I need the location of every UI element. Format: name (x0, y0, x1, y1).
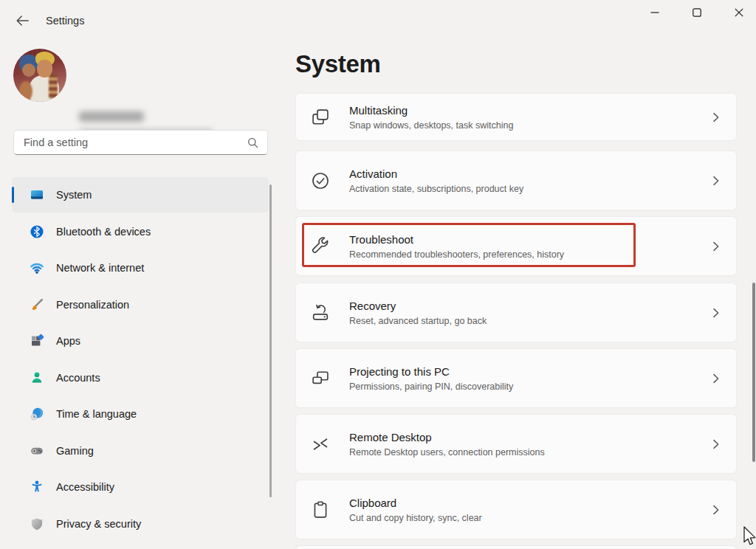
settings-row-subtitle: Remote Desktop users, connection permiss… (349, 446, 710, 458)
settings-row-subtitle: Permissions, pairing PIN, discoverabilit… (349, 381, 710, 393)
accounts-icon (30, 370, 44, 385)
mouse-cursor (741, 525, 756, 548)
sidebar-item-accounts[interactable]: Accounts (12, 360, 269, 396)
sidebar-item-label: Accounts (56, 372, 100, 384)
personalization-icon (30, 297, 44, 312)
settings-row-troubleshoot[interactable]: TroubleshootRecommended troubleshooters,… (295, 216, 737, 276)
chevron-right-icon (710, 111, 722, 123)
maximize-icon (693, 8, 701, 17)
settings-row-text: ClipboardCut and copy history, sync, cle… (349, 496, 710, 524)
settings-row-subtitle: Recommended troubleshooters, preferences… (349, 249, 710, 260)
avatar (13, 49, 66, 102)
settings-row-recovery[interactable]: RecoveryReset, advanced startup, go back (295, 283, 737, 342)
sidebar-item-privacy-security[interactable]: Privacy & security (12, 506, 269, 542)
user-profile[interactable] (13, 49, 264, 105)
recovery-icon (310, 303, 331, 323)
chevron-right-icon (710, 307, 722, 319)
system-icon (30, 187, 44, 202)
chevron-right-icon (710, 241, 722, 252)
sidebar-item-bluetooth-devices[interactable]: Bluetooth & devices (12, 214, 269, 249)
troubleshoot-icon (310, 236, 331, 257)
sidebar-item-apps[interactable]: Apps (12, 323, 269, 359)
sidebar-nav: SystemBluetooth & devicesNetwork & inter… (12, 177, 269, 542)
sidebar-item-label: Network & internet (56, 262, 144, 274)
selected-accent-bar (12, 187, 14, 203)
settings-row-text: Projecting to this PCPermissions, pairin… (349, 365, 710, 393)
back-arrow-icon (16, 15, 30, 27)
multitasking-icon (310, 107, 331, 128)
sidebar-item-network-internet[interactable]: Network & internet (12, 250, 269, 286)
accessibility-icon (30, 480, 44, 494)
user-name-redacted (79, 111, 144, 122)
sidebar-item-personalization[interactable]: Personalization (12, 287, 269, 322)
settings-row-projecting-to-this-pc[interactable]: Projecting to this PCPermissions, pairin… (295, 348, 737, 408)
sidebar-item-label: Accessibility (56, 481, 114, 493)
settings-row-title: Troubleshoot (349, 232, 710, 246)
clipboard-icon (310, 500, 331, 520)
privacy-icon (30, 517, 44, 531)
settings-row-text: RecoveryReset, advanced startup, go back (349, 299, 710, 327)
settings-row-title: Projecting to this PC (349, 365, 710, 379)
time-language-icon (30, 407, 44, 421)
settings-row-remote-desktop[interactable]: Remote DesktopRemote Desktop users, conn… (295, 414, 737, 474)
sidebar-item-accessibility[interactable]: Accessibility (12, 469, 269, 505)
search-box (13, 130, 268, 155)
titlebar: Settings (0, 0, 756, 30)
settings-row-title: Clipboard (349, 496, 710, 510)
settings-row-clipboard[interactable]: ClipboardCut and copy history, sync, cle… (295, 480, 737, 539)
settings-row-subtitle: Snap windows, desktops, task switching (349, 120, 710, 131)
settings-row-text: MultitaskingSnap windows, desktops, task… (349, 103, 710, 131)
sidebar-item-label: System (56, 189, 92, 201)
main-scrollbar[interactable] (752, 283, 755, 462)
search-icon (247, 137, 260, 150)
sidebar-item-time-language[interactable]: Time & language (12, 396, 269, 432)
minimize-button[interactable] (638, 0, 672, 25)
settings-row-title: Recovery (349, 299, 710, 313)
settings-row-subtitle: Activation state, subscriptions, product… (349, 183, 710, 195)
sidebar-scrollbar[interactable] (269, 184, 272, 497)
settings-row-text: ActivationActivation state, subscription… (349, 167, 710, 195)
page-title: System (295, 50, 381, 78)
activation-icon (310, 170, 331, 191)
settings-row-title: Multitasking (349, 103, 710, 117)
settings-row-title: Remote Desktop (349, 430, 710, 444)
close-icon (735, 8, 743, 17)
projection-icon (310, 368, 331, 389)
network-icon (30, 260, 44, 275)
app-title: Settings (46, 15, 84, 27)
search-input[interactable] (14, 131, 267, 154)
settings-row-subtitle: Reset, advanced startup, go back (349, 315, 710, 327)
sidebar-item-label: Apps (56, 335, 80, 347)
sidebar-item-label: Time & language (56, 408, 137, 420)
maximize-button[interactable] (680, 0, 714, 25)
sidebar-item-label: Privacy & security (56, 518, 141, 530)
chevron-right-icon (710, 438, 722, 450)
sidebar-item-label: Personalization (56, 299, 129, 311)
remote-desktop-icon (310, 434, 331, 455)
chevron-right-icon (710, 373, 722, 384)
sidebar-item-label: Bluetooth & devices (56, 226, 151, 238)
settings-row-text: Remote DesktopRemote Desktop users, conn… (349, 430, 710, 458)
sidebar-item-system[interactable]: System (12, 177, 269, 213)
chevron-right-icon (710, 175, 722, 187)
chevron-right-icon (710, 504, 722, 516)
sidebar-item-label: Gaming (56, 445, 94, 457)
settings-row-text: TroubleshootRecommended troubleshooters,… (349, 232, 710, 260)
settings-row-activation[interactable]: ActivationActivation state, subscription… (295, 151, 737, 210)
settings-row-title: Activation (349, 167, 710, 181)
apps-icon (30, 334, 44, 348)
sidebar-item-gaming[interactable]: Gaming (12, 433, 269, 469)
settings-row-multitasking[interactable]: MultitaskingSnap windows, desktops, task… (295, 93, 737, 141)
minimize-icon (650, 8, 659, 17)
settings-row-subtitle: Cut and copy history, sync, clear (349, 512, 710, 524)
back-button[interactable] (13, 12, 31, 30)
settings-card-partial (295, 545, 737, 549)
gaming-icon (30, 443, 44, 458)
bluetooth-icon (30, 224, 44, 239)
close-button[interactable] (722, 0, 756, 25)
